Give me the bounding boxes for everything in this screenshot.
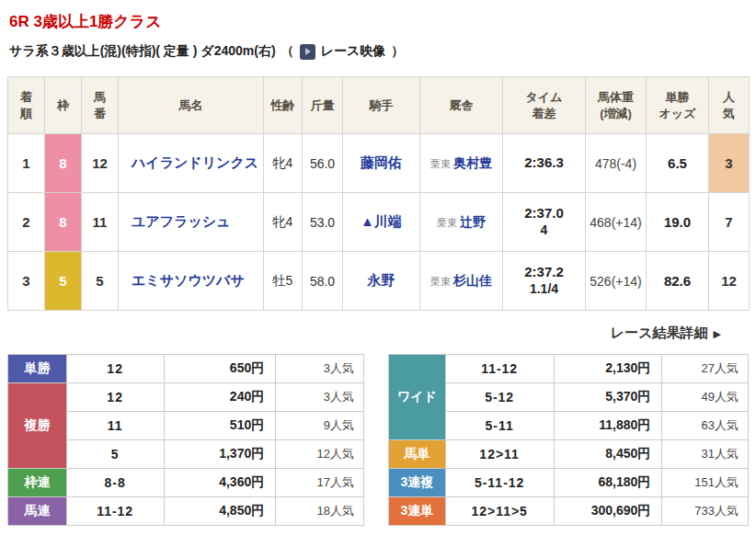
bet-type-label-place: 複勝 [8,383,67,469]
result-row-1: 1 8 12 ハイランドリンクス 牝4 56.0 藤岡佑 栗東奥村豊 2:36.… [8,134,750,193]
horse-weight: 478(-4) [586,134,647,193]
results-header-row: 着順 枠 馬番 馬名 性齢 斤量 騎手 厩舎 タイム着差 馬体重(増減) 単勝オ… [8,77,750,134]
payout-combination: 12 [66,383,164,412]
jockey-cell: ▲川端 [343,193,420,252]
trainer-link[interactable]: 奥村豊 [453,155,492,170]
payout-popularity: 31人気 [662,440,749,469]
win-odds: 19.0 [647,193,709,252]
payout-popularity: 733人気 [662,497,749,526]
win-odds: 6.5 [647,134,709,193]
weight-carried: 53.0 [303,193,343,252]
jockey-link[interactable]: 藤岡佑 [361,154,402,170]
finish-position: 2 [8,193,45,252]
sex-age: 牝4 [264,193,303,252]
col-header-finish: 着順 [8,77,45,134]
payout-combination: 5-11 [445,412,554,440]
payout-row-umaren: 馬連 11-12 4,850円 18人気 [8,497,364,526]
race-title: 6R 3歳以上1勝クラス [9,11,749,32]
payout-popularity: 151人気 [662,469,749,497]
payout-combination: 11-12 [445,355,554,383]
bracket-number: 8 [45,134,82,193]
bet-type-label-quinella: 馬連 [8,497,67,526]
payout-popularity: 27人気 [662,355,749,383]
weight-carried: 58.0 [303,252,343,311]
payout-amount: 1,370円 [164,440,276,469]
race-conditions-bar: サラ系３歳以上(混)(特指)( 定量 ) ダ2400m(右) （ レース映像 ） [9,43,749,60]
horse-weight: 468(+14) [586,193,647,252]
race-video-link[interactable]: レース映像 [300,43,386,60]
result-row-3: 3 5 5 エミサソウツバサ 牡5 58.0 永野 栗東杉山佳 2:37.21.… [8,252,750,311]
horse-number: 12 [82,134,119,193]
video-paren-close: ） [391,43,404,60]
horse-name-link[interactable]: ユアフラッシュ [132,213,230,229]
payout-popularity: 12人気 [276,440,364,469]
jockey-link[interactable]: 永野 [368,272,395,288]
finish-position: 1 [8,134,45,193]
payout-row-wide-1: ワイド 11-12 2,130円 27人気 [389,355,749,383]
col-header-horse-weight: 馬体重(増減) [586,77,647,134]
payout-row-wakuren: 枠連 8-8 4,360円 17人気 [8,469,364,497]
bet-type-label-exacta: 馬単 [389,440,446,469]
stable-cell: 栗東辻野 [420,193,503,252]
chevron-right-icon: ▶ [714,328,721,339]
payout-amount: 510円 [164,412,276,440]
payout-combination: 5-11-12 [445,469,554,497]
payout-amount: 68,180円 [554,469,662,497]
trainer-link[interactable]: 杉山佳 [453,273,492,288]
horse-name-link[interactable]: ハイランドリンクス [132,154,258,170]
bet-type-label-bracket-quinella: 枠連 [8,469,67,497]
payout-row-tansho: 単勝 12 650円 3人気 [8,355,364,383]
payout-popularity: 3人気 [276,355,364,383]
payout-amount: 5,370円 [554,383,662,412]
col-header-win-odds: 単勝オッズ [647,77,709,134]
horse-number: 11 [82,193,119,252]
jockey-cell: 永野 [343,252,420,311]
sex-age: 牝4 [264,134,303,193]
payout-combination: 12 [66,355,164,383]
bet-type-label-trifecta: 3連単 [389,497,446,526]
payout-amount: 11,880円 [554,412,662,440]
payout-popularity: 63人気 [662,412,749,440]
horse-name-cell: ユアフラッシュ [119,193,264,252]
col-header-bracket: 枠 [45,77,82,134]
payout-table-left: 単勝 12 650円 3人気 複勝 12 240円 3人気 11 510円 9人… [7,354,364,526]
horse-name-cell: エミサソウツバサ [119,252,264,311]
col-header-stable: 厩舎 [420,77,503,134]
jockey-link[interactable]: ▲川端 [361,213,402,229]
bet-type-label-trio: 3連複 [389,469,446,497]
col-header-weight-carried: 斤量 [303,77,343,134]
race-conditions-text: サラ系３歳以上(混)(特指)( 定量 ) ダ2400m(右) [9,43,276,60]
payout-amount: 8,450円 [554,440,662,469]
race-result-detail-link[interactable]: レース結果詳細▶ [611,325,721,340]
col-header-popularity: 人気 [709,77,750,134]
payout-popularity: 9人気 [276,412,364,440]
bet-type-label-wide: ワイド [389,355,446,440]
stable-cell: 栗東杉山佳 [420,252,503,311]
race-result-page: 6R 3歳以上1勝クラス サラ系３歳以上(混)(特指)( 定量 ) ダ2400m… [0,0,756,547]
time-margin-cell: 2:37.04 [503,193,586,252]
bracket-number: 8 [45,193,82,252]
payout-popularity: 17人気 [276,469,364,497]
col-header-horse-number: 馬番 [82,77,119,134]
payout-amount: 300,690円 [554,497,662,526]
trainer-link[interactable]: 辻野 [460,214,486,229]
horse-name-cell: ハイランドリンクス [119,134,264,193]
jockey-cell: 藤岡佑 [343,134,420,193]
horse-weight: 526(+14) [586,252,647,311]
payout-row-sanrentan: 3連単 12>11>5 300,690円 733人気 [389,497,749,526]
col-header-time-margin: タイム着差 [503,77,586,134]
payout-row-umatan: 馬単 12>11 8,450円 31人気 [389,440,749,469]
win-odds: 82.6 [647,252,709,311]
bet-type-label-win: 単勝 [8,355,67,383]
payout-combination: 8-8 [66,469,164,497]
popularity: 12 [709,252,750,311]
payout-combination: 12>11 [445,440,554,469]
horse-name-link[interactable]: エミサソウツバサ [132,272,245,288]
sex-age: 牡5 [264,252,303,311]
popularity: 7 [709,193,750,252]
payout-combination: 11-12 [66,497,164,526]
popularity: 3 [709,134,750,193]
stable-cell: 栗東奥村豊 [420,134,503,193]
time-margin-cell: 2:37.21.1/4 [503,252,586,311]
payout-combination: 5 [66,440,164,469]
